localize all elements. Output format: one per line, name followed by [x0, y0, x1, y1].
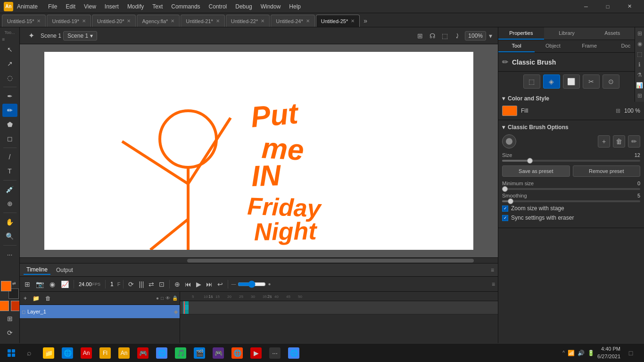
min-size-slider-thumb[interactable]	[502, 186, 508, 192]
add-layer-btn[interactable]: +	[22, 294, 29, 303]
smoothing-slider-track[interactable]	[502, 200, 640, 202]
tab-untitled24[interactable]: Untitled-24*✕	[271, 15, 314, 27]
bone-tool[interactable]: ⊕	[2, 197, 17, 210]
panel-tab-properties[interactable]: Properties	[498, 27, 544, 40]
menu-text[interactable]: Text	[149, 2, 166, 11]
fill-pattern-icon[interactable]: ⊞	[616, 107, 620, 114]
taskbar-search-button[interactable]: ⌕	[21, 345, 38, 362]
timeline-tab-timeline[interactable]: Timeline	[24, 265, 50, 275]
stroke-color-swatch-alt[interactable]	[0, 301, 9, 311]
taskbar-app-browser2[interactable]: 🌐	[153, 345, 171, 362]
h-scrollbar-thumb[interactable]	[187, 259, 474, 263]
menu-modify[interactable]: Modify	[124, 2, 148, 11]
next-frame-btn[interactable]: ⏭	[204, 280, 215, 289]
brush-tool[interactable]: ✏	[2, 104, 17, 117]
frame-tab[interactable]: Frame	[571, 40, 608, 52]
zoom-value[interactable]: 100%	[465, 31, 486, 41]
tab-close-untitled15[interactable]: ✕	[37, 18, 41, 24]
start-button[interactable]	[2, 345, 21, 362]
sync-btn[interactable]: ⇄	[147, 280, 156, 289]
panel-tab-assets[interactable]: Assets	[589, 27, 635, 40]
close-button[interactable]: ✕	[619, 0, 640, 13]
delete-layer-btn[interactable]: 🗑	[43, 294, 53, 303]
stop-btn[interactable]: ↩	[215, 280, 225, 289]
keyframe-snap-btn[interactable]: ⊡	[157, 280, 166, 289]
add-folder-btn[interactable]: 📁	[31, 294, 41, 303]
frame-indicators-btn[interactable]: |||	[137, 280, 146, 289]
snap-to-grid-tool[interactable]: ⊞	[2, 312, 17, 325]
menu-control[interactable]: Control	[205, 2, 231, 11]
timeline-more-button[interactable]: ≡	[491, 267, 494, 273]
preset-circle[interactable]	[502, 134, 516, 148]
selection-tool[interactable]: ↖	[2, 43, 17, 56]
object-mode-btn[interactable]: ⬚	[523, 74, 540, 89]
play-btn[interactable]: ▶	[194, 280, 203, 289]
menu-edit[interactable]: Edit	[62, 2, 79, 11]
tab-close-untitled21[interactable]: ✕	[216, 18, 220, 24]
taskbar-app-game2[interactable]: 🎮	[209, 345, 227, 362]
menu-help[interactable]: Help	[285, 2, 305, 11]
size-slider-track[interactable]	[502, 160, 640, 162]
scene-dropdown[interactable]: Scene 1 ▾	[63, 31, 97, 41]
menu-commands[interactable]: Commands	[167, 2, 204, 11]
minimize-button[interactable]: ─	[575, 0, 597, 13]
fill-color-swatch[interactable]	[502, 106, 517, 116]
swap-colors-button[interactable]: ⇄	[12, 281, 19, 288]
fill-mode-btn[interactable]: ◈	[543, 74, 560, 89]
onion-skin-btn[interactable]: ◉	[48, 280, 57, 289]
timeline-settings-btn[interactable]: ≡	[492, 281, 495, 288]
edit-preset-btn[interactable]: ✏	[628, 135, 640, 148]
panel-tab-library[interactable]: Library	[544, 27, 590, 40]
properties-icon-6[interactable]: 📊	[636, 81, 644, 90]
maximize-button[interactable]: □	[597, 0, 619, 13]
tab-untitled20[interactable]: Untitled-20*✕	[92, 15, 136, 27]
frame-track-layer1[interactable]	[180, 301, 498, 314]
eraser-tool[interactable]: ◻	[2, 132, 17, 145]
pen-tool[interactable]: ✒	[2, 90, 17, 103]
tab-untitled19[interactable]: Untitled-19*✕	[47, 15, 91, 27]
timeline-zoom-range[interactable]	[238, 280, 266, 288]
layer-1-row[interactable]: ◻ Layer_1 ◆	[20, 305, 180, 318]
tab-untitled25[interactable]: Untitled-25*✕	[316, 15, 360, 27]
paint-behind-btn[interactable]: ⬜	[563, 74, 580, 89]
tab-untitled22[interactable]: Untitled-22*✕	[226, 15, 270, 27]
menu-insert[interactable]: Insert	[101, 2, 123, 11]
menu-window[interactable]: Window	[257, 2, 285, 11]
fill-color-swatch-alt[interactable]	[11, 301, 20, 311]
timeline-chart-btn[interactable]: 📈	[59, 280, 71, 289]
remove-preset-button[interactable]: Remove preset	[573, 165, 641, 177]
transform-tool-bottom[interactable]: ⟳	[2, 326, 17, 339]
line-tool[interactable]: /	[2, 150, 17, 164]
loop-btn[interactable]: ⟳	[126, 280, 136, 289]
tab-close-untitled25[interactable]: ✕	[351, 18, 355, 24]
scene-snap-btn[interactable]: ☊	[428, 31, 437, 41]
tabs-overflow-button[interactable]: »	[361, 15, 370, 27]
timeline-tab-output[interactable]: Output	[53, 266, 76, 274]
tab-close-agency[interactable]: ✕	[171, 18, 174, 24]
prev-frame-btn[interactable]: ⏮	[183, 280, 193, 289]
foreground-color-swatch[interactable]	[1, 281, 11, 291]
zoom-dropdown-btn[interactable]: ▾	[487, 31, 494, 41]
notification-center-btn[interactable]: □	[623, 345, 638, 362]
taskbar-app-animate2[interactable]: An	[115, 345, 133, 362]
more-tools[interactable]: ···	[2, 248, 17, 261]
paint-selection-btn[interactable]: ✂	[583, 74, 600, 89]
tab-untitled21[interactable]: Untitled-21*✕	[181, 15, 224, 27]
properties-icon-2[interactable]: ◉	[636, 40, 644, 48]
taskbar-app-extra[interactable]: ···	[266, 345, 284, 362]
paint-inside-btn[interactable]: ⊙	[603, 74, 619, 89]
taskbar-app-explorer[interactable]: 📁	[40, 345, 58, 362]
canvas-stage[interactable]: Put me IN Friday Night FUNKiN	[44, 52, 473, 250]
delete-preset-btn[interactable]: 🗑	[613, 135, 625, 148]
lasso-tool[interactable]: ◌	[2, 71, 17, 84]
sync-eraser-checkbox[interactable]: ✓	[502, 215, 508, 221]
tab-close-untitled19[interactable]: ✕	[82, 18, 86, 24]
min-size-slider-track[interactable]	[502, 188, 640, 190]
taskbar-app-chrome[interactable]: 🌐	[285, 345, 303, 362]
subselection-tool[interactable]: ↗	[2, 57, 17, 70]
canvas-h-scrollbar[interactable]	[20, 257, 498, 263]
smoothing-slider-thumb[interactable]	[508, 198, 513, 204]
scene-transform-btn[interactable]: ⬚	[440, 31, 450, 41]
tab-untitled15[interactable]: Untitled-15*✕	[2, 15, 46, 27]
properties-icon-4[interactable]: ℹ	[636, 60, 644, 69]
